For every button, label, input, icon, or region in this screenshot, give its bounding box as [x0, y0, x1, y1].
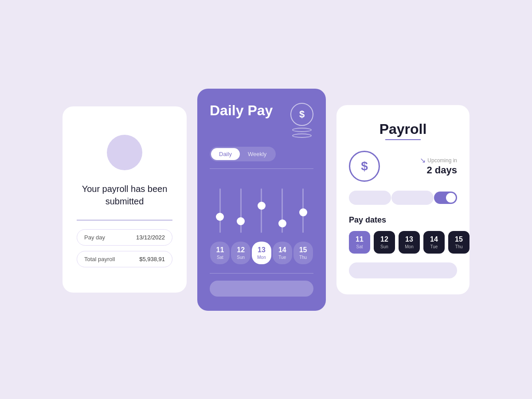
pay-date-num-13: 13	[405, 235, 413, 243]
pay-date-day-13: Mon	[405, 244, 413, 249]
avatar	[107, 135, 142, 170]
coin-layer-1	[292, 128, 312, 132]
day-13[interactable]: 13 Mon	[252, 242, 271, 264]
bottom-divider	[210, 273, 313, 274]
pay-date-15[interactable]: 15 Thu	[448, 231, 469, 254]
pay-date-11[interactable]: 11 Sat	[349, 231, 370, 254]
pay-day-value: 13/12/2022	[136, 234, 165, 241]
payroll-top-row: $ ↘ Upcoming in 2 days	[349, 151, 457, 182]
arrow-down-right-icon: ↘	[420, 156, 426, 164]
pay-date-day-12: Sun	[380, 244, 388, 249]
day-name-14: Tue	[278, 255, 286, 260]
cards-container: Your payroll has been submitted Pay day …	[63, 89, 469, 311]
day-number-11: 11	[216, 246, 224, 254]
pay-date-num-11: 11	[356, 235, 364, 243]
upcoming-label: ↘ Upcoming in	[420, 156, 457, 164]
pay-day-row: Pay day 13/12/2022	[77, 229, 172, 246]
payroll-card: Payroll $ ↘ Upcoming in 2 days Pay dates	[336, 105, 469, 294]
bottom-bar	[349, 262, 457, 278]
pay-date-num-14: 14	[430, 235, 438, 243]
slider-thumb-5[interactable]	[299, 208, 307, 216]
tab-weekly[interactable]: Weekly	[240, 148, 274, 160]
slider-thumb-3[interactable]	[258, 202, 266, 210]
pay-date-14[interactable]: 14 Tue	[423, 231, 445, 254]
coin-circle: $	[290, 103, 313, 126]
days-row: 11 Sat 12 Sun 13 Mon 14 Tue 15 Thu	[210, 242, 313, 264]
pay-date-day-15: Thu	[455, 244, 462, 249]
total-payroll-row: Total payroll $5,938,91	[77, 251, 172, 267]
coin-layer-2	[292, 133, 312, 138]
day-name-11: Sat	[217, 255, 223, 260]
pay-date-num-12: 12	[380, 235, 388, 243]
payroll-title: Payroll	[349, 121, 457, 137]
daily-pay-header: Daily Pay $	[210, 103, 313, 138]
tab-daily[interactable]: Daily	[211, 148, 240, 160]
divider	[77, 220, 172, 220]
total-payroll-label: Total payroll	[84, 256, 115, 262]
submitted-text: Your payroll has been submitted	[77, 183, 172, 207]
day-12[interactable]: 12 Sun	[231, 242, 250, 264]
progress-bar	[210, 281, 313, 297]
slider-2[interactable]	[240, 188, 242, 233]
day-11[interactable]: 11 Sat	[210, 242, 230, 264]
daily-pay-title: Daily Pay	[210, 103, 273, 118]
day-number-15: 15	[299, 246, 307, 254]
slider-3[interactable]	[261, 188, 262, 233]
day-number-13: 13	[258, 246, 266, 254]
day-name-12: Sun	[237, 255, 245, 260]
payroll-dollar-symbol: $	[361, 159, 368, 173]
pay-date-num-15: 15	[455, 235, 463, 243]
pay-date-12[interactable]: 12 Sun	[374, 231, 395, 254]
slider-thumb-4[interactable]	[278, 219, 286, 227]
pay-dates-row: 11 Sat 12 Sun 13 Mon 14 Tue 15 Thu	[349, 231, 457, 254]
day-14[interactable]: 14 Tue	[273, 242, 292, 264]
toggle-switch[interactable]	[434, 192, 457, 204]
payroll-controls-row	[349, 191, 457, 205]
toggle-knob	[446, 193, 456, 203]
upcoming-days: 2 days	[427, 164, 458, 176]
day-15[interactable]: 15 Thu	[293, 242, 313, 264]
coin-stack	[292, 128, 312, 138]
payroll-title-underline	[385, 139, 421, 140]
upcoming-section: ↘ Upcoming in 2 days	[420, 156, 457, 176]
slider-thumb-2[interactable]	[237, 217, 245, 225]
pill-button-2[interactable]	[391, 191, 434, 205]
slider-5[interactable]	[302, 188, 304, 233]
pill-button-1[interactable]	[349, 191, 391, 205]
day-name-13: Mon	[257, 255, 266, 260]
day-number-14: 14	[278, 246, 286, 254]
daily-pay-card: Daily Pay $ Daily Weekly	[197, 89, 326, 311]
payroll-submitted-card: Your payroll has been submitted Pay day …	[63, 106, 187, 293]
pay-date-13[interactable]: 13 Mon	[399, 231, 420, 254]
tab-switcher[interactable]: Daily Weekly	[210, 147, 276, 161]
slider-1[interactable]	[219, 188, 221, 233]
pay-day-label: Pay day	[84, 234, 105, 241]
pay-date-day-14: Tue	[430, 244, 438, 249]
day-number-12: 12	[237, 246, 245, 254]
tab-divider	[210, 168, 313, 169]
pay-date-day-11: Sat	[356, 244, 363, 249]
sliders-area	[210, 180, 313, 233]
day-name-15: Thu	[299, 255, 307, 260]
payroll-dollar-circle: $	[349, 151, 380, 182]
dollar-symbol: $	[299, 109, 305, 120]
pay-dates-title: Pay dates	[349, 215, 457, 225]
slider-4[interactable]	[282, 188, 283, 233]
total-payroll-value: $5,938,91	[139, 256, 165, 262]
slider-thumb-1[interactable]	[216, 213, 224, 221]
coin-icon: $	[290, 103, 313, 138]
